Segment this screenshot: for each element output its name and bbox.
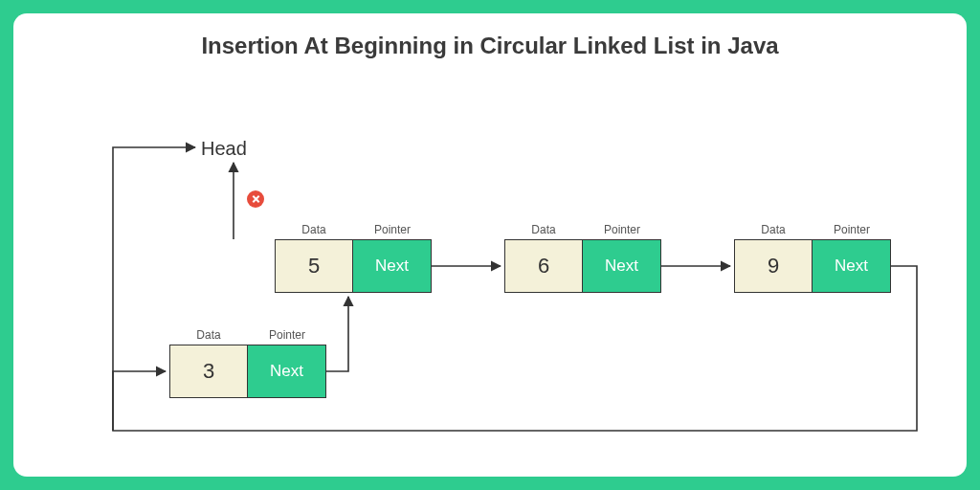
col-label-pointer: Pointer — [583, 223, 661, 236]
head-label: Head — [201, 138, 247, 160]
node-5: Data Pointer 5 Next — [275, 239, 432, 293]
col-label-pointer: Pointer — [353, 223, 432, 236]
col-label-data: Data — [504, 223, 583, 236]
cross-icon — [247, 190, 264, 208]
node-5-pointer: Next — [353, 239, 432, 293]
col-label-pointer: Pointer — [248, 328, 326, 342]
node-3-data: 3 — [169, 345, 248, 398]
node-3-new: Data Pointer 3 Next — [169, 345, 326, 398]
node-9-data: 9 — [734, 239, 813, 293]
diagram-title: Insertion At Beginning in Circular Linke… — [13, 33, 967, 59]
arrow-3-to-5 — [326, 297, 348, 371]
node-5-data: 5 — [275, 239, 353, 293]
diagram-card: Insertion At Beginning in Circular Linke… — [13, 13, 967, 477]
node-6-data: 6 — [504, 239, 583, 293]
col-label-data: Data — [169, 328, 248, 342]
col-label-data: Data — [275, 223, 353, 236]
node-9: Data Pointer 9 Next — [734, 239, 891, 293]
col-label-data: Data — [734, 223, 813, 236]
node-6-pointer: Next — [583, 239, 661, 293]
col-label-pointer: Pointer — [813, 223, 891, 236]
node-9-pointer: Next — [813, 239, 891, 293]
node-3-pointer: Next — [248, 345, 326, 398]
node-6: Data Pointer 6 Next — [504, 239, 661, 293]
